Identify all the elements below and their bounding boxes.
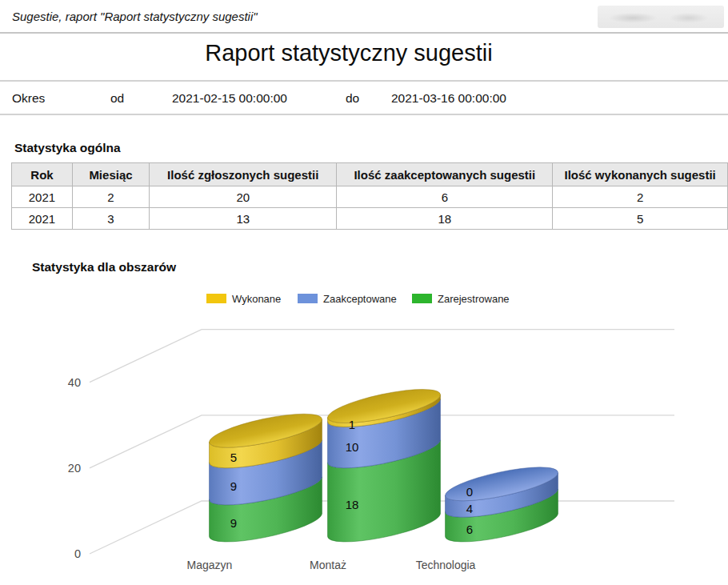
value-label: 6 <box>466 523 473 536</box>
header-divider <box>0 32 728 34</box>
divider <box>0 80 728 82</box>
table-cell: 3 <box>72 208 149 230</box>
value-label: 5 <box>230 451 237 464</box>
cylinder-segment <box>209 440 322 505</box>
period-to-value: 2021-03-16 00:00:00 <box>391 91 506 106</box>
section-title-areas: Statystyka dla obszarów <box>32 260 176 274</box>
legend-label: Zarejestrowane <box>438 293 510 305</box>
cylinder-segment <box>209 419 322 468</box>
cylinder-segment <box>327 440 440 542</box>
chart-gridlines <box>90 330 674 554</box>
general-stats-table: RokMiesiącIlość zgłoszonych sugestiiIloś… <box>11 162 728 230</box>
grid-line <box>90 501 674 554</box>
page-title: Raport statystyczny sugestii <box>0 40 698 66</box>
table-cell: 2021 <box>12 186 73 208</box>
table-header-row: RokMiesiącIlość zgłoszonych sugestiiIloś… <box>12 163 728 186</box>
redacted-user-info <box>598 6 724 28</box>
legend-item-zarejestrowane: Zarejestrowane <box>412 292 510 305</box>
category-label: Technologia <box>416 559 476 571</box>
chart-cylinders <box>206 383 560 542</box>
table-cell: 20 <box>150 186 337 208</box>
cylinder-segment <box>327 399 440 468</box>
grid-line <box>90 330 674 383</box>
table-header-cell: Miesiąc <box>72 163 149 186</box>
table-cell: 2 <box>553 186 728 208</box>
value-label: 1 <box>349 418 355 431</box>
cylinder-segment <box>209 477 322 542</box>
cylinder-segment <box>445 473 558 517</box>
legend-swatch-yellow <box>206 294 226 303</box>
value-label: 10 <box>346 440 359 454</box>
section-title-general: Statystyka ogólna <box>14 141 121 155</box>
cylinder-top <box>325 383 442 430</box>
table-cell: 5 <box>553 208 728 230</box>
cylinder-segment <box>327 395 440 427</box>
period-from-label: od <box>110 91 124 106</box>
y-tick-label: 0 <box>74 547 81 560</box>
cylinder-segment <box>445 489 558 542</box>
report-page: { "header": { "note": "Sugestie, raport … <box>0 0 728 585</box>
value-label: 9 <box>230 479 237 493</box>
chart-labels: 02040MagazynMontażTechnologia99518101640 <box>68 376 476 571</box>
legend-swatch-green <box>412 294 432 303</box>
legend-swatch-blue <box>298 294 318 303</box>
legend-item-wykonane: Wykonane <box>206 292 281 305</box>
divider <box>0 114 728 115</box>
table-header-cell: Ilość zgłoszonych sugestii <box>150 163 337 186</box>
table-cell: 6 <box>337 186 553 208</box>
grid-line <box>90 415 674 468</box>
table-cell: 18 <box>337 208 553 230</box>
table-cell: 13 <box>150 208 337 230</box>
category-label: Magazyn <box>187 559 233 571</box>
table-header-cell: Rok <box>12 163 73 186</box>
legend-label: Wykonane <box>232 293 281 305</box>
category-label: Montaż <box>310 559 346 571</box>
value-label: 18 <box>346 498 359 511</box>
cylinder-top <box>206 407 324 455</box>
period-label: Okres <box>12 91 45 106</box>
legend-label: Zaakceptowane <box>323 293 397 305</box>
value-label: 4 <box>466 502 473 515</box>
value-label: 0 <box>466 485 473 499</box>
value-label: 9 <box>230 516 237 530</box>
y-tick-label: 40 <box>68 376 81 389</box>
table-header-cell: Ilość wykonanych sugestii <box>553 163 728 186</box>
y-tick-label: 20 <box>68 462 81 475</box>
table-header-cell: Ilość zaakceptowanych sugestii <box>337 163 553 186</box>
period-to-label: do <box>346 91 359 106</box>
table-cell: 2 <box>72 186 149 208</box>
table-row: 202122062 <box>12 186 728 208</box>
cylinder-top <box>442 460 560 507</box>
legend-item-zaakceptowane: Zaakceptowane <box>298 292 397 305</box>
table-row: 2021313185 <box>12 208 728 230</box>
report-breadcrumb: Sugestie, raport "Raport statystyczny su… <box>12 10 258 23</box>
table-cell: 2021 <box>12 208 73 230</box>
period-from-value: 2021-02-15 00:00:00 <box>172 91 287 106</box>
